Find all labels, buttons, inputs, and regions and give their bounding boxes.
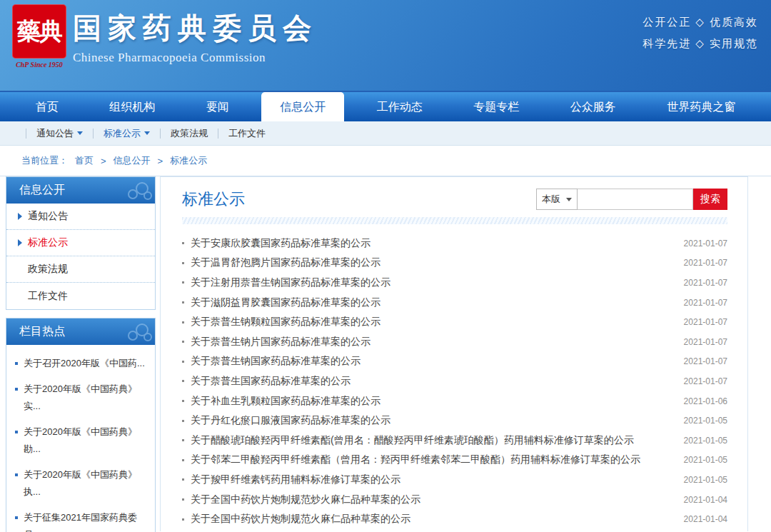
bullet-icon xyxy=(15,516,18,519)
hot-topic-link[interactable]: 关于2020年版《中国药典》实... xyxy=(14,376,148,419)
bullet-icon xyxy=(182,301,184,303)
list-item[interactable]: 关于邻苯二甲酸羟丙甲纤维素酯（曾用名：羟丙甲纤维素邻苯二甲酸酯）药用辅料标准修订… xyxy=(182,451,727,471)
announcement-title: 关于邻苯二甲酸羟丙甲纤维素酯（曾用名：羟丙甲纤维素邻苯二甲酸酯）药用辅料标准修订… xyxy=(191,453,672,466)
announcement-title: 关于补血生乳颗粒国家药品标准草案的公示 xyxy=(191,395,672,408)
announcement-title: 关于萘普生钠颗粒国家药品标准草案的公示 xyxy=(191,316,672,328)
subnav-item-notices[interactable]: 通知公告 xyxy=(36,127,83,140)
hot-topic-link[interactable]: 关于2020年版《中国药典》勘... xyxy=(14,419,148,462)
list-item[interactable]: 关于全国中药饮片炮制规范火麻仁品种草案的公示 2021-01-04 xyxy=(182,509,727,529)
subnav-item-label: 通知公告 xyxy=(36,127,74,140)
sidebar-item-standard-publicity[interactable]: 标准公示 xyxy=(6,230,155,256)
list-item[interactable]: 关于滋阴益胃胶囊国家药品标准草案的公示 2021-01-07 xyxy=(182,293,727,313)
bullet-icon xyxy=(182,439,184,441)
breadcrumb-prefix: 当前位置： xyxy=(21,154,68,167)
sidebar-item-notices[interactable]: 通知公告 xyxy=(6,204,155,230)
subnav-item-work-documents[interactable]: 工作文件 xyxy=(228,127,266,140)
announcement-date: 2021-01-07 xyxy=(684,298,727,308)
panel-head: 标准公示 本版 搜索 xyxy=(182,177,727,217)
bullet-icon xyxy=(15,362,18,365)
header-slogans: 公开公正 ◇ 优质高效 科学先进 ◇ 实用规范 xyxy=(642,11,758,54)
slogan-line-1: 公开公正 ◇ 优质高效 xyxy=(642,11,758,33)
announcement-date: 2021-01-05 xyxy=(684,436,727,446)
nav-item-home[interactable]: 首页 xyxy=(17,92,77,121)
search-input[interactable] xyxy=(578,189,693,210)
list-item[interactable]: 关于萘普生国家药品标准草案的公示 2021-01-07 xyxy=(182,371,727,391)
main-nav: 首页 组织机构 要闻 信息公开 工作动态 专题专栏 公众服务 世界药典之窗 xyxy=(0,91,771,121)
hot-topics-list: 关于召开2020年版《中国药... 关于2020年版《中国药典》实... 关于2… xyxy=(6,345,155,532)
nav-item-world-pharmacopoeia[interactable]: 世界药典之窗 xyxy=(648,92,754,121)
announcement-title: 关于萘普生钠片国家药品标准草案的公示 xyxy=(191,336,672,348)
hot-topic-link[interactable]: 关于召开2020年版《中国药... xyxy=(14,351,148,376)
breadcrumb-separator: > xyxy=(101,156,106,166)
hot-topic-label: 关于2020年版《中国药典》实... xyxy=(24,381,148,415)
list-item[interactable]: 关于注射用萘普生钠国家药品标准草案的公示 2021-01-07 xyxy=(182,273,727,293)
list-item[interactable]: 关于萘普生钠颗粒国家药品标准草案的公示 2021-01-07 xyxy=(182,312,727,332)
search-button[interactable]: 搜索 xyxy=(693,189,727,210)
announcement-title: 关于萘普生国家药品标准草案的公示 xyxy=(191,375,672,388)
bullet-icon xyxy=(182,400,184,402)
announcement-date: 2021-01-07 xyxy=(684,356,727,366)
content-area: 信息公开 通知公告 标准公示 政策法规 工作文 xyxy=(0,176,771,532)
bullet-icon xyxy=(182,498,184,501)
search-scope-select[interactable]: 本版 xyxy=(536,189,578,210)
announcement-date: 2021-01-04 xyxy=(684,495,727,505)
sidebar-item-work-documents[interactable]: 工作文件 xyxy=(6,283,155,309)
nav-item-news[interactable]: 要闻 xyxy=(188,92,248,121)
info-disclosure-box-title: 信息公开 xyxy=(6,177,155,204)
subnav-item-policies[interactable]: 政策法规 xyxy=(171,127,208,140)
site-title-block: 国家药典委员会 Chinese Pharmacopoeia Commission xyxy=(73,9,318,65)
subnav-separator xyxy=(26,129,26,139)
announcement-date: 2021-01-04 xyxy=(684,514,727,524)
breadcrumb-information-disclosure[interactable]: 信息公开 xyxy=(114,154,151,167)
nav-item-organization[interactable]: 组织机构 xyxy=(91,92,173,121)
list-item[interactable]: 关于安康欣胶囊国家药品标准草案的公示 2021-01-07 xyxy=(182,234,727,254)
hot-topic-link[interactable]: 关于2020年版《中国药典》执... xyxy=(14,462,148,505)
list-item[interactable]: 关于醋酸琥珀酸羟丙甲纤维素酯(曾用名：醋酸羟丙甲纤维素琥珀酸酯）药用辅料标准修订… xyxy=(182,431,727,451)
list-item[interactable]: 关于补血生乳颗粒国家药品标准草案的公示 2021-01-06 xyxy=(182,391,727,411)
breadcrumb-separator: > xyxy=(158,156,163,166)
sidebar-item-policies[interactable]: 政策法规 xyxy=(6,256,155,283)
nav-item-work-trends[interactable]: 工作动态 xyxy=(358,92,441,121)
announcement-date: 2021-01-07 xyxy=(684,337,727,347)
bullet-icon xyxy=(182,361,184,363)
announcement-title: 关于羧甲纤维素钙药用辅料标准修订草案的公示 xyxy=(191,473,672,486)
nav-item-public-service[interactable]: 公众服务 xyxy=(552,92,635,121)
bullet-icon xyxy=(182,518,184,521)
bullet-icon xyxy=(182,341,184,343)
subnav-item-standard-publicity[interactable]: 标准公示 xyxy=(104,127,150,140)
list-item[interactable]: 关于温胃舒泡腾片国家药品标准草案的公示 2021-01-07 xyxy=(182,254,727,273)
info-disclosure-box: 信息公开 通知公告 标准公示 政策法规 工作文 xyxy=(6,176,156,310)
cloud-decoration-icon xyxy=(114,321,152,343)
search-bar: 本版 搜索 xyxy=(536,189,727,210)
list-item[interactable]: 关于全国中药饮片炮制规范炒火麻仁品种草案的公示 2021-01-04 xyxy=(182,490,727,510)
breadcrumb: 当前位置： 首页 > 信息公开 > 标准公示 xyxy=(0,146,771,176)
pharmacopoeia-seal-icon: 藥典 xyxy=(12,4,66,59)
hot-topic-link[interactable]: 关于征集2021年国家药典委员... xyxy=(14,505,148,532)
list-item[interactable]: 关于萘普生钠片国家药品标准草案的公示 2021-01-07 xyxy=(182,332,727,352)
announcement-date: 2021-01-05 xyxy=(684,416,727,426)
sidebar: 信息公开 通知公告 标准公示 政策法规 工作文 xyxy=(6,176,156,532)
sidebar-item-label: 通知公告 xyxy=(28,210,68,223)
cloud-decoration-icon xyxy=(114,180,152,201)
announcement-date: 2021-01-07 xyxy=(684,278,727,288)
arrow-right-icon xyxy=(18,213,22,220)
breadcrumb-standard-publicity[interactable]: 标准公示 xyxy=(170,154,207,167)
main-panel: 标准公示 本版 搜索 关于安康欣胶囊国家药品标准草案的公示 2021-01-07… xyxy=(160,176,748,531)
list-item[interactable]: 关于丹红化瘀口服液国家药品标准草案的公示 2021-01-05 xyxy=(182,411,727,431)
bullet-icon xyxy=(182,321,184,323)
site-subtitle: Chinese Pharmacopoeia Commission xyxy=(73,51,318,65)
breadcrumb-home[interactable]: 首页 xyxy=(75,154,94,167)
site-header: 藥典 ChP Since 1950 国家药典委员会 Chinese Pharma… xyxy=(0,0,771,91)
announcement-title: 关于注射用萘普生钠国家药品标准草案的公示 xyxy=(191,276,672,289)
bullet-icon xyxy=(182,420,184,422)
bullet-icon xyxy=(182,459,184,461)
site-logo[interactable]: 藥典 ChP Since 1950 xyxy=(7,4,71,69)
list-item[interactable]: 关于萘普生钠国家药品标准草案的公示 2021-01-07 xyxy=(182,352,727,372)
bullet-icon xyxy=(182,380,184,382)
nav-item-special-topics[interactable]: 专题专栏 xyxy=(455,92,538,121)
announcement-list: 关于安康欣胶囊国家药品标准草案的公示 2021-01-07 关于温胃舒泡腾片国家… xyxy=(182,234,727,529)
chevron-down-icon xyxy=(77,131,83,135)
subnav-item-label: 工作文件 xyxy=(228,127,266,140)
nav-item-information-disclosure[interactable]: 信息公开 xyxy=(261,92,344,121)
list-item[interactable]: 关于羧甲纤维素钙药用辅料标准修订草案的公示 2021-01-05 xyxy=(182,470,727,490)
